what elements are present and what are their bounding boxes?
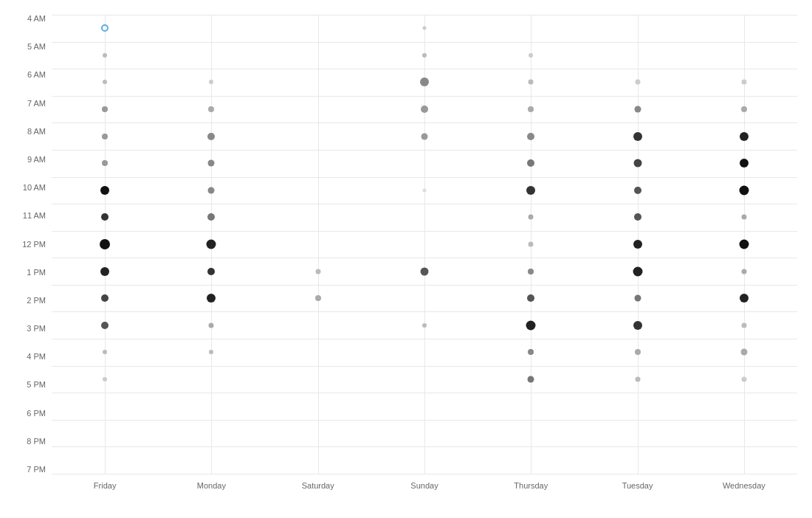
data-dot: [527, 133, 534, 140]
data-dot: [423, 188, 427, 192]
dots-layer: [52, 15, 797, 474]
y-label: 11 AM: [0, 212, 52, 220]
y-label: 7 AM: [0, 100, 52, 108]
data-dot: [207, 240, 216, 249]
chart-plot-area: [52, 15, 797, 474]
data-dot: [209, 80, 213, 84]
data-dot: [635, 376, 640, 381]
data-dot: [634, 213, 641, 221]
data-dot: [529, 215, 534, 220]
y-label: 8 AM: [0, 128, 52, 136]
data-dot: [209, 322, 214, 328]
data-dot: [103, 80, 107, 84]
x-label: Saturday: [265, 481, 371, 490]
data-dot: [103, 53, 107, 58]
data-dot: [423, 27, 427, 30]
data-dot: [528, 106, 534, 112]
data-dot: [741, 322, 746, 328]
data-dot: [207, 133, 215, 140]
data-dot: [315, 269, 320, 274]
y-label: 10 AM: [0, 184, 52, 192]
y-axis: 4 AM5 AM6 AM7 AM8 AM9 AM10 AM11 AM12 PM1…: [0, 15, 52, 474]
data-dot: [208, 187, 215, 193]
data-dot: [633, 132, 642, 141]
y-label: 9 AM: [0, 156, 52, 164]
data-dot: [421, 106, 428, 113]
data-dot: [740, 159, 749, 168]
data-dot: [207, 294, 216, 303]
data-dot: [741, 80, 746, 85]
y-label: 1 PM: [0, 269, 52, 277]
data-dot: [529, 80, 534, 85]
data-dot: [422, 323, 427, 328]
data-dot: [101, 322, 109, 329]
x-label: Friday: [52, 481, 158, 490]
y-label: 4 PM: [0, 353, 52, 361]
data-dot: [420, 77, 429, 86]
data-dot: [101, 24, 109, 32]
data-dot: [528, 376, 534, 382]
chart-container: 4 AM5 AM6 AM7 AM8 AM9 AM10 AM11 AM12 PM1…: [0, 0, 812, 518]
x-label: Wednesday: [691, 481, 797, 490]
data-dot: [526, 186, 535, 195]
data-dot: [633, 240, 642, 249]
x-label: Thursday: [478, 481, 584, 490]
data-dot: [100, 239, 110, 249]
data-dot: [208, 160, 215, 167]
data-dot: [741, 269, 746, 274]
data-dot: [207, 268, 215, 275]
data-dot: [102, 160, 108, 166]
data-dot: [635, 80, 640, 85]
data-dot: [741, 106, 747, 112]
data-dot: [527, 294, 534, 302]
data-dot: [633, 321, 642, 330]
y-label: 5 AM: [0, 43, 52, 51]
data-dot: [101, 294, 109, 302]
data-dot: [633, 266, 642, 276]
x-label: Sunday: [371, 481, 478, 490]
data-dot: [529, 53, 533, 58]
y-label: 7 PM: [0, 466, 52, 474]
x-label: Monday: [158, 481, 264, 490]
data-dot: [208, 106, 214, 112]
data-dot: [739, 240, 749, 249]
data-dot: [421, 267, 429, 275]
y-label: 12 PM: [0, 241, 52, 249]
data-dot: [103, 350, 107, 354]
data-dot: [526, 320, 536, 330]
data-dot: [528, 269, 534, 274]
y-label: 6 AM: [0, 71, 52, 79]
data-dot: [100, 186, 109, 195]
data-dot: [207, 213, 215, 221]
y-label: 8 PM: [0, 438, 52, 446]
data-dot: [633, 159, 641, 168]
y-label: 5 PM: [0, 381, 52, 389]
data-dot: [635, 349, 641, 355]
data-dot: [315, 295, 321, 301]
data-dot: [527, 159, 534, 167]
data-dot: [103, 377, 107, 381]
y-label: 6 PM: [0, 410, 52, 418]
data-dot: [634, 106, 641, 113]
y-label: 2 PM: [0, 297, 52, 305]
data-dot: [634, 187, 641, 194]
x-label: Tuesday: [584, 481, 690, 490]
data-dot: [529, 242, 534, 247]
data-dot: [528, 349, 534, 355]
data-dot: [209, 350, 213, 354]
y-label: 3 PM: [0, 325, 52, 333]
x-axis: FridayMondaySaturdaySundayThursdayTuesda…: [52, 474, 797, 518]
data-dot: [739, 185, 749, 195]
data-dot: [741, 215, 746, 220]
data-dot: [102, 134, 108, 139]
data-dot: [422, 133, 428, 139]
data-dot: [740, 132, 749, 141]
data-dot: [740, 349, 747, 356]
y-label: 4 AM: [0, 15, 52, 23]
data-dot: [422, 53, 427, 58]
data-dot: [740, 294, 749, 303]
data-dot: [102, 106, 108, 112]
data-dot: [741, 376, 746, 381]
data-dot: [101, 213, 109, 221]
data-dot: [634, 295, 641, 302]
